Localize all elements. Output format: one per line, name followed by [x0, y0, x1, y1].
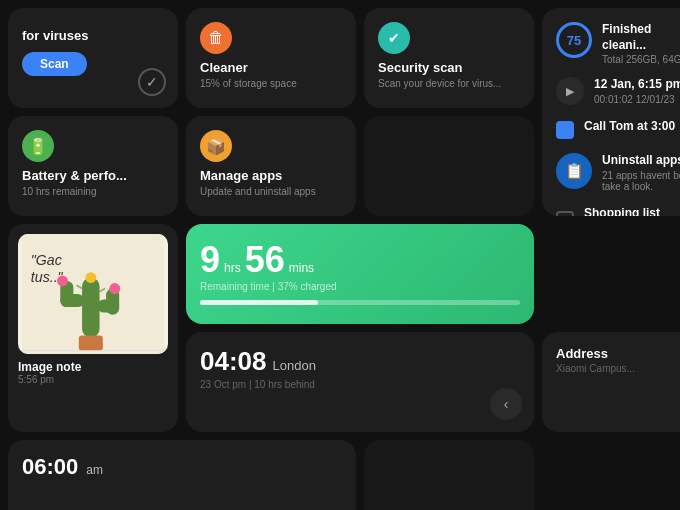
clock-arrow-button[interactable]: ‹	[490, 388, 522, 420]
manage-apps-card: 📦 Manage apps Update and uninstall apps	[186, 116, 356, 216]
virus-scan-card: for viruses Scan ✓	[8, 8, 178, 108]
battery-remaining: Remaining time | 37% charged	[200, 281, 520, 292]
svg-text:"Gac: "Gac	[31, 252, 62, 268]
scan-button[interactable]: Scan	[22, 52, 87, 76]
call-tom-title: Call Tom at 3:00	[584, 119, 675, 135]
manage-title: Manage apps	[200, 168, 342, 184]
address-title: Address	[556, 346, 680, 361]
empty-card-2	[364, 440, 534, 510]
cleaning-title: Finished cleani...	[602, 22, 680, 53]
uninstall-icon: 📋	[556, 153, 592, 189]
svg-rect-13	[79, 335, 103, 350]
battery-hrs-label: hrs	[224, 261, 241, 275]
image-note-time: 5:56 pm	[18, 374, 168, 385]
finished-cleaning-card: 75 Finished cleani... Total 256GB, 64G..…	[542, 8, 680, 216]
shopping-checkbox[interactable]	[556, 211, 574, 216]
clock2-time: 06:00	[22, 454, 78, 480]
battery-bar	[200, 300, 520, 305]
clock2-city: am	[86, 463, 103, 477]
security-title: Security scan	[378, 60, 520, 76]
clock-london-time: 04:08	[200, 346, 267, 377]
cleaner-icon: 🗑	[200, 22, 232, 54]
empty-card-1	[364, 116, 534, 216]
cleaning-percent: 75	[556, 22, 592, 58]
uninstall-title: Uninstall apps	[602, 153, 680, 169]
main-grid: for viruses Scan ✓ 🗑 Cleaner 15% of stor…	[0, 0, 680, 510]
check-icon: ✓	[138, 68, 166, 96]
cleaner-sub: 15% of storage space	[200, 78, 342, 89]
date-notif-title: 12 Jan, 6:15 pm	[594, 77, 680, 93]
image-note-title: Image note	[18, 360, 168, 374]
security-sub: Scan your device for virus...	[378, 78, 520, 89]
security-icon: ✔	[378, 22, 410, 54]
battery-hrs: 9	[200, 242, 220, 278]
battery-perf-card: 🔋 Battery & perfo... 10 hrs remaining	[8, 116, 178, 216]
cleaner-title: Cleaner	[200, 60, 342, 76]
address-sub: Xiaomi Campus...	[556, 363, 680, 374]
clock-london-card: 04:08 London 23 Oct pm | 10 hrs behind ‹	[186, 332, 534, 432]
battery-icon: 🔋	[22, 130, 54, 162]
uninstall-sub: 21 apps havent be... take a look.	[602, 170, 680, 192]
clock-london-sub: 23 Oct pm | 10 hrs behind	[200, 379, 520, 390]
cleaning-sub: Total 256GB, 64G...	[602, 54, 680, 65]
cleaner-card: 🗑 Cleaner 15% of storage space	[186, 8, 356, 108]
svg-point-12	[85, 272, 96, 283]
image-note-card: "Gac tus.."	[8, 224, 178, 432]
security-scan-card: ✔ Security scan Scan your device for vir…	[364, 8, 534, 108]
clock2-card: 06:00 am	[8, 440, 356, 510]
battery-perf-title: Battery & perfo...	[22, 168, 164, 184]
shopping-title: Shopping list	[584, 206, 670, 216]
battery-mins: 56	[245, 242, 285, 278]
battery-perf-sub: 10 hrs remaining	[22, 186, 164, 197]
svg-point-10	[57, 275, 68, 286]
svg-rect-3	[82, 278, 99, 338]
battery-mins-label: mins	[289, 261, 314, 275]
virus-scan-label: for viruses	[22, 28, 164, 44]
battery-widget-card: 9 hrs 56 mins Remaining time | 37% charg…	[186, 224, 534, 324]
cactus-image: "Gac tus.."	[18, 234, 168, 354]
battery-bar-fill	[200, 300, 318, 305]
call-checkbox[interactable]	[556, 121, 574, 139]
date-notif-sub: 00:01:02 12/01/23	[594, 94, 680, 105]
clock-london-city: London	[273, 358, 316, 373]
play-button[interactable]: ▶	[556, 77, 584, 105]
svg-point-11	[109, 283, 120, 294]
address-card: Address Xiaomi Campus...	[542, 332, 680, 432]
manage-sub: Update and uninstall apps	[200, 186, 342, 197]
manage-icon: 📦	[200, 130, 232, 162]
